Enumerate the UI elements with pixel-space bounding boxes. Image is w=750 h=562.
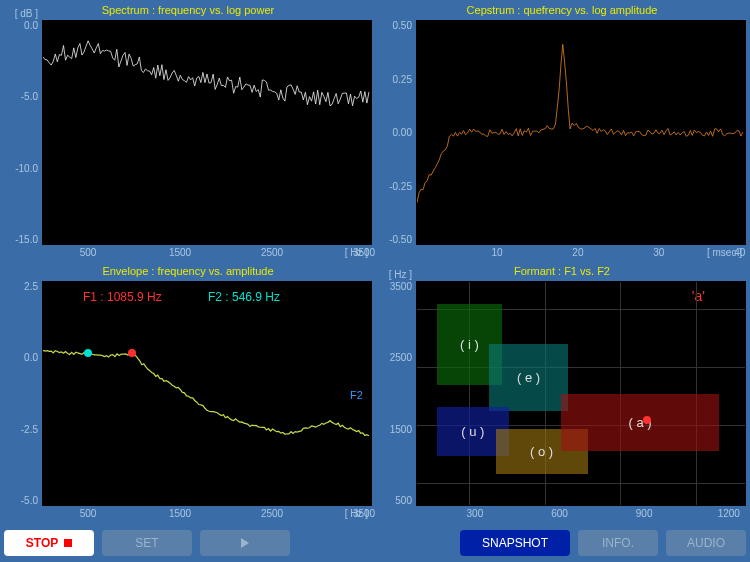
cepstrum-chart: Cepstrum : quefrency vs. log amplitude 0… bbox=[378, 4, 746, 259]
formant-x-axis: 300 600 900 1200 bbox=[378, 506, 746, 520]
formant-f2-axis-label: F2 bbox=[350, 389, 363, 401]
formant-chart: Formant : F1 vs. F2 [ Hz ] 3500 2500 150… bbox=[378, 265, 746, 520]
formant-y-axis: [ Hz ] 3500 2500 1500 500 F2 bbox=[378, 281, 416, 506]
cepstrum-title: Cepstrum : quefrency vs. log amplitude bbox=[378, 4, 746, 18]
info-button[interactable]: INFO. bbox=[578, 530, 658, 556]
formant-title: Formant : F1 vs. F2 bbox=[378, 265, 746, 279]
spectrum-x-axis: 500 1500 2500 3500 [ Hz ] bbox=[4, 245, 372, 259]
vowel-region-e: ( e ) bbox=[489, 344, 568, 411]
set-button[interactable]: SET bbox=[102, 530, 192, 556]
cepstrum-plot bbox=[416, 20, 746, 245]
envelope-title: Envelope : frequency vs. amplitude bbox=[4, 265, 372, 279]
spectrum-title: Spectrum : frequency vs. log power bbox=[4, 4, 372, 18]
envelope-x-axis: 500 1500 2500 3500 [ Hz ] bbox=[4, 506, 372, 520]
play-button[interactable] bbox=[200, 530, 290, 556]
spectrum-chart: Spectrum : frequency vs. log power [ dB … bbox=[4, 4, 372, 259]
stop-icon bbox=[64, 539, 72, 547]
stop-button[interactable]: STOP bbox=[4, 530, 94, 556]
vowel-region-a: ( a ) bbox=[561, 394, 718, 452]
envelope-y-axis: 2.5 0.0 -2.5 -5.0 bbox=[4, 281, 42, 506]
envelope-plot: F1 : 1085.9 Hz F2 : 546.9 Hz bbox=[42, 281, 372, 506]
cepstrum-y-axis: 0.50 0.25 0.00 -0.25 -0.50 bbox=[378, 20, 416, 245]
spectrum-y-axis: [ dB ] 0.0 -5.0 -10.0 -15.0 bbox=[4, 20, 42, 245]
cepstrum-x-axis: 10 20 30 40 [ msec ] bbox=[378, 245, 746, 259]
envelope-f1-marker bbox=[128, 349, 136, 357]
audio-button[interactable]: AUDIO bbox=[666, 530, 746, 556]
toolbar: STOP SET SNAPSHOT INFO. AUDIO bbox=[4, 528, 746, 558]
snapshot-button[interactable]: SNAPSHOT bbox=[460, 530, 570, 556]
formant-current-point bbox=[643, 416, 651, 424]
formant-plot: 'a' ( i ) ( e ) ( u ) ( o ) ( a ) F1 bbox=[416, 281, 746, 506]
envelope-chart: Envelope : frequency vs. amplitude 2.5 0… bbox=[4, 265, 372, 520]
play-icon bbox=[241, 538, 249, 548]
envelope-f2-marker bbox=[84, 349, 92, 357]
spectrum-plot bbox=[42, 20, 372, 245]
formant-current-vowel: 'a' bbox=[692, 288, 705, 304]
